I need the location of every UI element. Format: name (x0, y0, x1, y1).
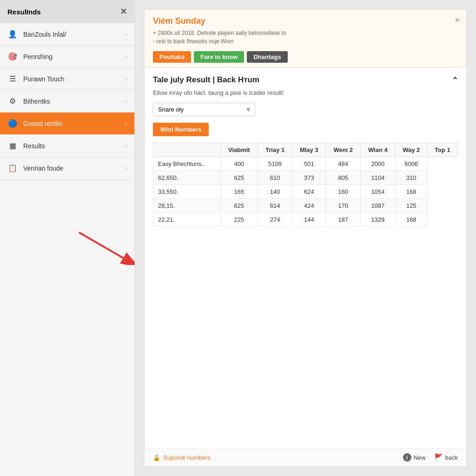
cell-3-0: 625 (220, 199, 258, 213)
panel-body: Tale july Result | Back Hтum ⌃ Ellow inr… (145, 68, 466, 448)
tab-poultaks[interactable]: Poultaks (153, 51, 191, 63)
table-row: 33,550.1651406241601054168 (153, 185, 458, 199)
chevron-icon-results: › (125, 143, 127, 149)
cell-0-5: 6006 (395, 157, 427, 171)
cell-1-2: 373 (292, 171, 326, 185)
row-name-2: 33,550. (153, 185, 221, 199)
table-row: 62,650.6256103738051104310 (153, 171, 458, 185)
cell-4-1: 274 (258, 213, 292, 227)
select-row: Snare oly ▿ (153, 103, 458, 116)
cell-4-2: 144 (292, 213, 326, 227)
info-icon: i (403, 453, 411, 462)
wint-numbers-button[interactable]: Wint Numbers (153, 123, 209, 136)
sidebar-title: ResulInds (7, 8, 41, 16)
sidebar-label-banzouts: BanZouls Inlal/ (23, 31, 125, 38)
sidebar-icon-venrian: 📋 (7, 164, 18, 172)
snare-select[interactable]: Snare oly ▿ (153, 103, 255, 116)
row-name-0: Easy Bhechluns.. (153, 157, 221, 171)
cell-1-0: 625 (220, 171, 258, 185)
cell-2-5: 168 (395, 185, 427, 199)
col-header-wian-4: Wian 4 (361, 143, 396, 157)
cell-3-5: 125 (395, 199, 427, 213)
sidebar-close-icon[interactable]: ✕ (120, 7, 127, 17)
sidebar: ResulInds ✕ 👤 BanZouls Inlal/ › 🎯 Penrsh… (0, 0, 135, 476)
sidebar-item-purawn[interactable]: ☰ Purawn Touch › (0, 68, 134, 90)
col-header-way-2: Way 2 (395, 143, 427, 157)
new-label: New (414, 454, 426, 461)
tab-bar: PoultaksFare to knowDhantags (153, 51, 458, 63)
table-row: Easy Bhechluns..400510950148420006006 (153, 157, 458, 171)
table-row: 22.21.2252741441871329168 (153, 213, 458, 227)
tab-dhantags[interactable]: Dhantags (247, 51, 287, 63)
cell-0-0: 400 (220, 157, 258, 171)
tab-fare-to-know[interactable]: Fare to know (194, 51, 244, 63)
cell-4-5: 168 (395, 213, 427, 227)
sidebar-label-results: Results (23, 142, 125, 150)
col-header-triay-1: Triay 1 (258, 143, 292, 157)
row-name-4: 22.21. (153, 213, 221, 227)
cell-1-4: 1104 (361, 171, 396, 185)
table-row: 28,15.6256144241701087125 (153, 199, 458, 213)
supondl-label: Supondl numbers (163, 454, 211, 461)
cell-3-1: 614 (258, 199, 292, 213)
cell-0-3: 484 (326, 157, 361, 171)
main-content: Viém Sunday × + 2800s oll 2018. Delinde … (135, 0, 476, 476)
section-title-row: Tale july Result | Back Hтum ⌃ (153, 75, 458, 85)
sidebar-icon-bithentks: ⚙ (7, 97, 18, 106)
cell-2-2: 624 (292, 185, 326, 199)
sidebar-label-bithentks: Bithentks (23, 98, 125, 105)
sidebar-item-venrian[interactable]: 📋 Venrian foude › (0, 157, 134, 179)
sidebar-item-penrshing[interactable]: 🎯 Penrshing › (0, 46, 134, 68)
sidebar-label-purawn: Purawn Touch (23, 75, 125, 83)
panel: Viém Sunday × + 2800s oll 2018. Delinde … (144, 9, 467, 467)
cell-4-3: 187 (326, 213, 361, 227)
panel-header: Viém Sunday × + 2800s oll 2018. Delinde … (145, 10, 466, 68)
results-table: ViabmitTriay 1Mlay 3Wem 2Wian 4Way 2Top … (153, 143, 458, 227)
chevron-icon-bithentks: › (125, 98, 127, 105)
cell-2-0: 165 (220, 185, 258, 199)
back-button[interactable]: 🚩 back (434, 453, 458, 462)
chevron-icon-penrshing: › (125, 53, 127, 60)
footer-right: i New 🚩 back (403, 453, 458, 462)
cell-2-1: 140 (258, 185, 292, 199)
panel-close-button[interactable]: × (455, 15, 460, 25)
col-header-viabmit: Viabmit (220, 143, 258, 157)
cell-3-3: 170 (326, 199, 361, 213)
panel-footer: 🔒 Supondl numbers i New 🚩 back (145, 448, 466, 466)
cell-4-4: 1329 (361, 213, 396, 227)
row-name-1: 62,650. (153, 171, 221, 185)
supondl-link[interactable]: 🔒 Supondl numbers (153, 454, 211, 461)
cell-3-4: 1087 (361, 199, 396, 213)
sidebar-icon-purawn: ☰ (7, 74, 18, 83)
sidebar-item-bithentks[interactable]: ⚙ Bithentks › (0, 90, 134, 112)
cell-0-1: 5109 (258, 157, 292, 171)
new-button[interactable]: i New (403, 453, 426, 462)
sidebar-icon-banzouts: 👤 (7, 30, 18, 39)
cell-0-4: 2000 (361, 157, 396, 171)
sidebar-label-goood: Goood rentlin (23, 120, 125, 127)
chevron-icon-purawn: › (125, 76, 127, 82)
cell-2-4: 1054 (361, 185, 396, 199)
sidebar-item-results[interactable]: ▦ Results › (0, 135, 134, 157)
section-title-text: Tale july Result | Back Hтum (153, 75, 259, 85)
panel-subtitle: + 2800s oll 2018. Delinde playen aally b… (153, 29, 458, 46)
sidebar-item-banzouts[interactable]: 👤 BanZouls Inlal/ › (0, 23, 134, 46)
back-label: back (445, 454, 458, 461)
cell-2-3: 160 (326, 185, 361, 199)
cell-4-0: 225 (220, 213, 258, 227)
panel-title: Viém Sunday (153, 16, 458, 26)
col-header-wem-2: Wem 2 (326, 143, 361, 157)
sidebar-label-penrshing: Penrshing (23, 53, 125, 60)
sidebar-item-goood[interactable]: 🔵 Goood rentlin › (0, 112, 134, 135)
sidebar-icon-penrshing: 🎯 (7, 52, 18, 61)
sidebar-icon-results: ▦ (7, 141, 18, 150)
flag-icon: 🚩 (434, 453, 443, 462)
col-header-name (153, 143, 221, 157)
section-desc: Ellow inray ufo hacl. taung a pixe is lc… (153, 89, 458, 96)
subtitle-line2: - rest to back finasoks noje Wion (153, 38, 233, 45)
col-header-mlay-3: Mlay 3 (292, 143, 326, 157)
sort-icon[interactable]: ⌃ (452, 76, 458, 85)
cell-1-3: 805 (326, 171, 361, 185)
sidebar-header: ResulInds ✕ (0, 0, 134, 23)
select-chevron-icon: ▿ (247, 106, 250, 113)
